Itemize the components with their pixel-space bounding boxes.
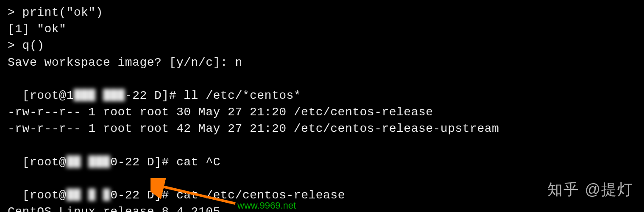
command-text: 0-22 D]# cat ^C — [110, 156, 220, 169]
prompt-prefix: [root@ — [22, 156, 67, 169]
terminal-output: CentOS Linux release 8.4.2105 — [8, 204, 636, 212]
prompt-prefix: [root@ — [22, 189, 67, 202]
url-watermark: www.9969.net — [237, 199, 296, 212]
prompt-prefix: [root@1 — [22, 89, 74, 102]
blurred-host: ██ █ █ — [66, 187, 110, 204]
terminal-line: Save workspace image? [y/n/c]: n — [8, 54, 636, 71]
prompt-line[interactable]: [root@██ █ █0-22 D]# cat /etc/centos-rel… — [8, 170, 636, 204]
zhihu-watermark: 知乎 @提灯 — [547, 179, 633, 200]
terminal-line: > q() — [8, 37, 636, 54]
prompt-line[interactable]: [root@1███ ███-22 D]# ll /etc/*centos* — [8, 71, 636, 104]
terminal-output: -rw-r--r-- 1 root root 42 May 27 21:20 /… — [8, 120, 636, 137]
terminal-line: [1] "ok" — [8, 21, 636, 37]
prompt-line[interactable]: [root@██ ███0-22 D]# cat ^C — [8, 137, 636, 170]
terminal-line: > print("ok") — [8, 4, 636, 21]
command-text: 0-22 D]# cat /etc/centos-release — [110, 189, 345, 202]
terminal-output: -rw-r--r-- 1 root root 30 May 27 21:20 /… — [8, 104, 636, 120]
command-text: -22 D]# ll /etc/*centos* — [125, 89, 301, 102]
blurred-host: ███ ███ — [74, 87, 125, 104]
blurred-host: ██ ███ — [66, 154, 110, 170]
